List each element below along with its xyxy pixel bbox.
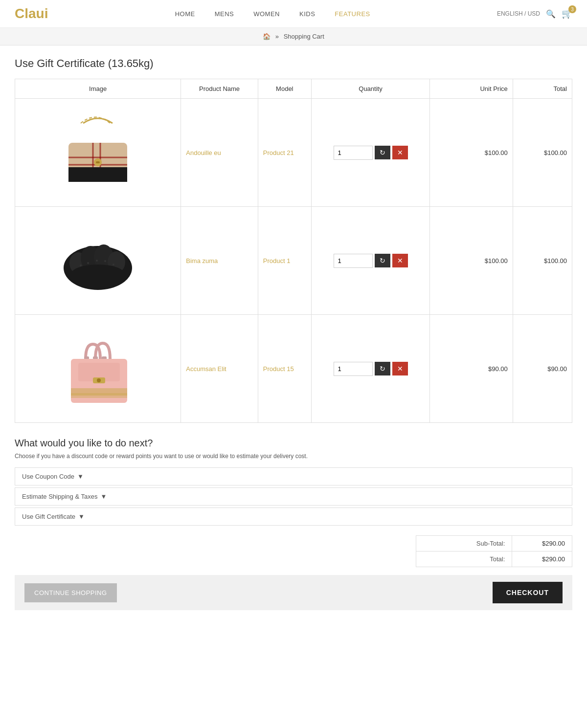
shipping-taxes-label: Estimate Shipping & Taxes — [22, 493, 97, 500]
col-header-model: Model — [258, 79, 311, 99]
main-content: Use Gift Certificate (13.65kg) Image Pro… — [0, 45, 587, 622]
nav-home[interactable]: HOME — [175, 10, 195, 18]
search-icon[interactable]: 🔍 — [546, 9, 556, 19]
page-title: Use Gift Certificate (13.65kg) — [15, 57, 572, 70]
product-image-cell-1 — [15, 99, 181, 207]
nav-features[interactable]: FEATURES — [335, 10, 370, 18]
main-nav: HOME MENS WOMEN KIDS FEATURES — [175, 10, 370, 18]
unit-price-2: $100.00 — [485, 257, 508, 265]
qty-wrap-1: ↻ ✕ — [316, 146, 425, 160]
col-header-quantity: Quantity — [311, 79, 429, 99]
product-model-link-1[interactable]: Product 21 — [263, 149, 294, 156]
table-row: Andouille eu Product 21 ↻ ✕ $100.00 $10 — [15, 99, 572, 207]
total-row: Total: $290.00 — [416, 552, 572, 567]
product-name-cell-2: Bima zuma — [181, 207, 258, 315]
product-model-link-2[interactable]: Product 1 — [263, 257, 291, 265]
product-image-cell-2 — [15, 207, 181, 315]
unit-price-cell-2: $100.00 — [430, 207, 513, 315]
totals-section: Sub-Total: $290.00 Total: $290.00 — [15, 535, 572, 567]
product-name-link-1[interactable]: Andouille eu — [186, 149, 221, 156]
col-header-total: Total — [513, 79, 572, 99]
nav-women[interactable]: WOMEN — [253, 10, 280, 18]
row-total-1: $100.00 — [544, 149, 567, 156]
row-total-2: $100.00 — [544, 257, 567, 265]
bag-svg-3 — [54, 325, 142, 413]
remove-button-1[interactable]: ✕ — [392, 146, 408, 159]
continue-shopping-button[interactable]: CONTINUE SHOPPING — [24, 583, 117, 602]
totals-table: Sub-Total: $290.00 Total: $290.00 — [416, 535, 572, 567]
subtotal-value: $290.00 — [512, 536, 572, 552]
site-header: Claui HOME MENS WOMEN KIDS FEATURES ENGL… — [0, 0, 587, 28]
svg-rect-7 — [96, 161, 100, 163]
product-model-cell-3: Product 15 — [258, 315, 311, 423]
header-right: ENGLISH / USD 🔍 🛒 3 — [497, 8, 572, 19]
unit-price-3: $90.00 — [488, 365, 508, 373]
bag-svg-1 — [54, 109, 142, 197]
shipping-taxes-accordion[interactable]: Estimate Shipping & Taxes ▼ — [15, 487, 572, 506]
qty-input-1[interactable] — [334, 146, 373, 160]
product-name-link-3[interactable]: Accumsan Elit — [186, 365, 226, 373]
col-header-product-name: Product Name — [181, 79, 258, 99]
logo[interactable]: Claui — [15, 6, 48, 22]
unit-price-cell-1: $100.00 — [430, 99, 513, 207]
remove-button-3[interactable]: ✕ — [392, 362, 408, 375]
qty-wrap-2: ↻ ✕ — [316, 254, 425, 268]
product-qty-cell-2: ↻ ✕ — [311, 207, 429, 315]
svg-point-17 — [104, 260, 106, 262]
home-icon[interactable]: 🏠 — [263, 33, 271, 40]
footer-actions: CONTINUE SHOPPING CHECKOUT — [15, 575, 572, 610]
breadcrumb: 🏠 » Shopping Cart — [0, 28, 587, 45]
coupon-code-accordion[interactable]: Use Coupon Code ▼ — [15, 467, 572, 485]
total-value: $290.00 — [512, 552, 572, 567]
qty-input-2[interactable] — [334, 254, 373, 268]
product-name-cell-1: Andouille eu — [181, 99, 258, 207]
next-section: What would you like to do next? Choose i… — [15, 438, 572, 526]
product-image-3 — [49, 320, 147, 418]
svg-rect-24 — [71, 393, 127, 398]
chevron-down-icon: ▼ — [78, 513, 85, 520]
row-total-3: $90.00 — [547, 365, 567, 373]
svg-point-16 — [96, 260, 98, 262]
qty-input-3[interactable] — [334, 362, 373, 376]
product-image-1 — [49, 104, 147, 201]
logo-text1: Cla — [15, 6, 36, 21]
product-qty-cell-1: ↻ ✕ — [311, 99, 429, 207]
gift-certificate-accordion[interactable]: Use Gift Certificate ▼ — [15, 507, 572, 526]
product-name-link-2[interactable]: Bima zuma — [186, 257, 218, 265]
nav-kids[interactable]: KIDS — [299, 10, 315, 18]
subtotal-row: Sub-Total: $290.00 — [416, 536, 572, 552]
breadcrumb-sep: » — [275, 33, 279, 40]
cart-icon-wrap[interactable]: 🛒 3 — [562, 8, 572, 19]
breadcrumb-current: Shopping Cart — [284, 33, 324, 40]
product-model-cell-1: Product 21 — [258, 99, 311, 207]
product-image-cell-3 — [15, 315, 181, 423]
refresh-button-1[interactable]: ↻ — [375, 146, 390, 159]
nav-mens[interactable]: MENS — [215, 10, 234, 18]
col-header-unit-price: Unit Price — [430, 79, 513, 99]
total-label: Total: — [416, 552, 512, 567]
refresh-button-3[interactable]: ↻ — [375, 362, 390, 375]
svg-point-27 — [97, 378, 101, 382]
table-row: Accumsan Elit Product 15 ↻ ✕ $90.00 $90 — [15, 315, 572, 423]
product-model-link-3[interactable]: Product 15 — [263, 365, 294, 373]
svg-point-14 — [80, 265, 82, 266]
gift-certificate-label: Use Gift Certificate — [22, 513, 75, 520]
chevron-down-icon: ▼ — [77, 473, 84, 480]
product-model-cell-2: Product 1 — [258, 207, 311, 315]
chevron-down-icon: ▼ — [100, 493, 107, 500]
qty-wrap-3: ↻ ✕ — [316, 362, 425, 376]
total-cell-1: $100.00 — [513, 99, 572, 207]
refresh-button-2[interactable]: ↻ — [375, 254, 390, 267]
total-cell-3: $90.00 — [513, 315, 572, 423]
checkout-button[interactable]: CHECKOUT — [493, 582, 563, 603]
cart-badge: 3 — [568, 5, 576, 13]
product-qty-cell-3: ↻ ✕ — [311, 315, 429, 423]
coupon-code-label: Use Coupon Code — [22, 473, 74, 480]
next-section-subtitle: Choose if you have a discount code or re… — [15, 453, 572, 460]
svg-rect-5 — [68, 167, 127, 182]
svg-point-13 — [71, 265, 125, 284]
product-name-cell-3: Accumsan Elit — [181, 315, 258, 423]
remove-button-2[interactable]: ✕ — [392, 254, 408, 267]
unit-price-1: $100.00 — [485, 149, 508, 156]
product-image-2 — [49, 212, 147, 309]
